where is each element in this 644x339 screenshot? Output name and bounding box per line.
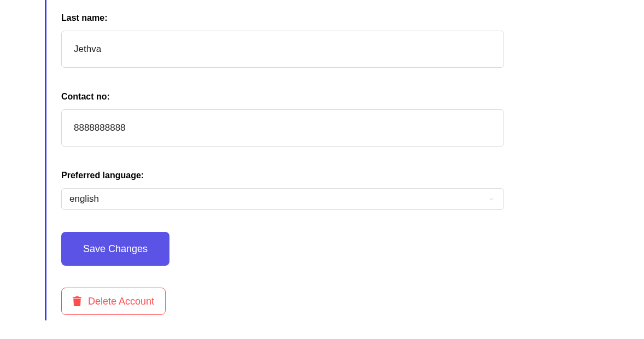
delete-account-button[interactable]: Delete Account (61, 288, 166, 315)
last-name-input[interactable] (61, 31, 504, 68)
last-name-label: Last name: (61, 13, 504, 23)
trash-icon (73, 296, 81, 306)
contact-no-label: Contact no: (61, 92, 504, 102)
contact-no-input[interactable] (61, 109, 504, 147)
preferred-language-label: Preferred language: (61, 171, 504, 180)
delete-account-label: Delete Account (88, 296, 154, 307)
preferred-language-select-wrapper: english (61, 188, 504, 210)
save-button[interactable]: Save Changes (61, 232, 169, 266)
preferred-language-value: english (69, 194, 99, 204)
form-container: Last name: Contact no: Preferred languag… (45, 0, 504, 320)
preferred-language-group: Preferred language: english (61, 171, 504, 210)
last-name-group: Last name: (61, 0, 504, 68)
preferred-language-select[interactable]: english (61, 188, 504, 210)
save-button-label: Save Changes (83, 243, 148, 255)
contact-no-group: Contact no: (61, 92, 504, 147)
